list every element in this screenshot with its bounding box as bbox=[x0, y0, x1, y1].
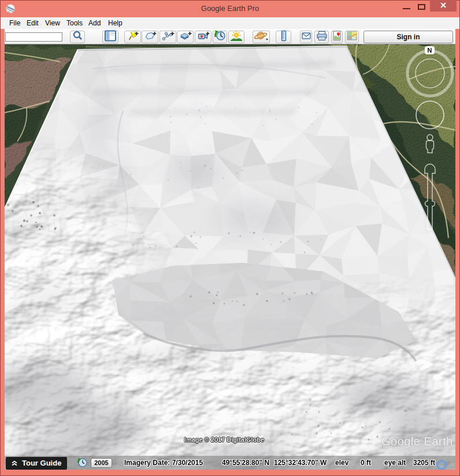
svg-text:N: N bbox=[428, 47, 432, 54]
